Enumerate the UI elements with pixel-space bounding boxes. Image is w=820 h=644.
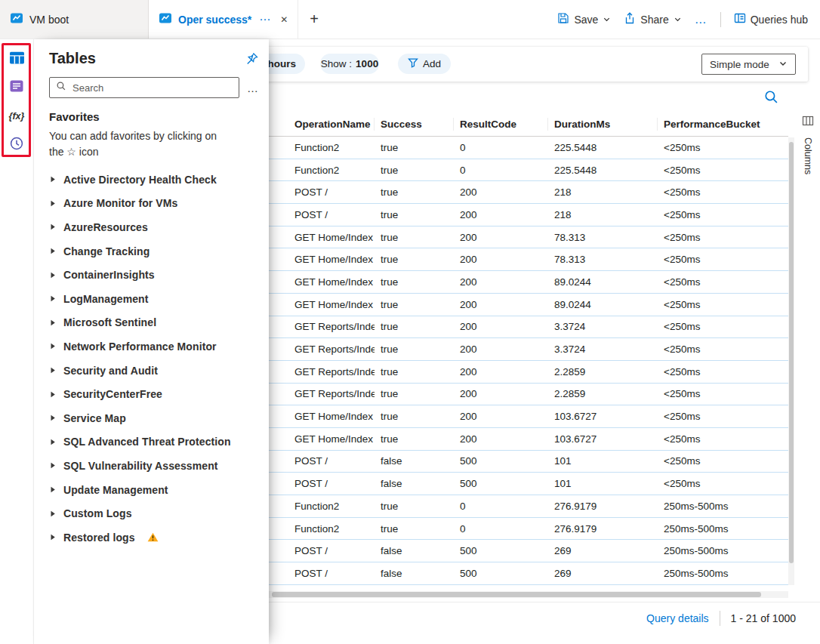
tree-item-azure-monitor-for-vms[interactable]: Azure Monitor for VMs: [34, 192, 269, 216]
cell-Success: true: [375, 209, 454, 220]
query-details-link[interactable]: Query details: [646, 612, 708, 624]
panel-more-button[interactable]: …: [247, 82, 260, 94]
cell-OperationName: GET Home/Index: [288, 299, 375, 310]
table-row[interactable]: GET Reports/Indextrue2003.3724<250ms: [269, 316, 788, 339]
panel-title: Tables: [49, 50, 96, 67]
table-row[interactable]: GET Home/Indextrue20078.313<250ms: [269, 248, 788, 271]
tree-item-azureresources[interactable]: AzureResources: [34, 215, 269, 239]
tree-item-label: Security and Audit: [63, 365, 158, 377]
table-row[interactable]: GET Home/Indextrue20078.313<250ms: [269, 226, 788, 249]
add-filter-pill[interactable]: Add: [398, 54, 451, 74]
table-row[interactable]: GET Home/Indextrue200103.6727<250ms: [269, 428, 788, 451]
column-header[interactable]: ResultCode: [454, 118, 548, 131]
show-limit-pill[interactable]: Show : 1000: [320, 54, 379, 74]
table-row[interactable]: POST /false500101<250ms: [269, 473, 788, 495]
column-header[interactable]: OperationName: [288, 118, 375, 131]
tree-item-restored-logs[interactable]: Restored logs: [34, 525, 269, 550]
table-row[interactable]: Function2true0225.5448<250ms: [269, 137, 788, 159]
horizontal-scrollbar[interactable]: [269, 591, 788, 598]
more-actions-button[interactable]: …: [695, 13, 707, 26]
cell-OperationName: GET Reports/Index: [288, 366, 375, 377]
chevron-right-icon: [50, 176, 56, 183]
table-row[interactable]: GET Home/Indextrue20089.0244<250ms: [269, 294, 788, 316]
search-box[interactable]: [49, 77, 239, 98]
cell-OperationName: GET Home/Index: [288, 254, 375, 265]
cell-Success: true: [375, 501, 454, 512]
share-button[interactable]: Share: [624, 12, 681, 26]
table-row[interactable]: POST /false500269250ms-500ms: [269, 540, 788, 562]
table-row[interactable]: POST /true200218<250ms: [269, 204, 788, 226]
queries-rail-button[interactable]: [6, 77, 27, 98]
share-label: Share: [640, 14, 668, 26]
results-search-button[interactable]: [763, 89, 781, 107]
tab-oper-success[interactable]: Oper success* ⋯ ✕: [149, 0, 298, 39]
tree-item-change-tracking[interactable]: Change Tracking: [34, 239, 269, 263]
tree-item-label: SQL Vulnerability Assessment: [63, 460, 218, 472]
cell-OperationName: GET Home/Index: [288, 433, 375, 445]
cell-Success: true: [375, 232, 454, 243]
divider: [720, 611, 720, 626]
tree-item-custom-logs[interactable]: Custom Logs: [34, 501, 269, 525]
cell-Success: false: [375, 478, 454, 489]
table-row[interactable]: GET Reports/Indextrue2003.3724<250ms: [269, 338, 788, 361]
search-icon: [56, 81, 66, 94]
tree-item-active-directory-health-check[interactable]: Active Directory Health Check: [34, 168, 269, 192]
tab-more-icon[interactable]: ⋯: [259, 13, 271, 26]
results-body: Function2true0225.5448<250msFunction2tru…: [269, 137, 788, 585]
table-row[interactable]: Function2true0276.9179250ms-500ms: [269, 495, 788, 518]
table-row[interactable]: POST /false500101<250ms: [269, 451, 788, 473]
results-header-row: OperationName Success ResultCode Duratio…: [269, 112, 788, 137]
table-row[interactable]: GET Reports/Indextrue2002.2859<250ms: [269, 361, 788, 384]
cell-PerformanceBucket: <250ms: [658, 232, 786, 243]
tab-close-icon[interactable]: ✕: [280, 14, 288, 25]
column-header[interactable]: DurationMs: [548, 118, 658, 131]
functions-rail-button[interactable]: {fx}: [6, 106, 27, 127]
cell-Success: true: [375, 165, 454, 176]
cell-OperationName: GET Home/Index: [288, 276, 375, 288]
column-header[interactable]: Success: [375, 118, 454, 131]
tree-item-logmanagement[interactable]: LogManagement: [34, 287, 269, 311]
tree-item-securitycenterfree[interactable]: SecurityCenterFree: [34, 382, 269, 406]
mode-dropdown[interactable]: Simple mode: [701, 54, 796, 75]
table-row[interactable]: GET Home/Indextrue200103.6727<250ms: [269, 405, 788, 428]
scrollbar-thumb[interactable]: [272, 592, 761, 597]
cell-Success: true: [375, 433, 454, 445]
table-row[interactable]: GET Reports/Indextrue2002.2859<250ms: [269, 384, 788, 406]
logs-query-page: VM boot Oper success* ⋯ ✕ + Save: [0, 0, 820, 644]
table-row[interactable]: Function2true0225.5448<250ms: [269, 159, 788, 182]
cell-ResultCode: 200: [454, 254, 548, 265]
new-tab-button[interactable]: +: [298, 0, 330, 39]
cell-PerformanceBucket: <250ms: [658, 411, 786, 422]
cell-ResultCode: 200: [454, 366, 548, 377]
cell-PerformanceBucket: <250ms: [658, 344, 786, 355]
table-row[interactable]: POST /true200218<250ms: [269, 181, 788, 204]
vertical-scrollbar[interactable]: [788, 137, 794, 585]
tree-item-network-performance-monitor[interactable]: Network Performance Monitor: [34, 334, 269, 359]
chevron-down-icon: [778, 59, 788, 70]
tree-item-containerinsights[interactable]: ContainerInsights: [34, 263, 269, 287]
table-row[interactable]: POST /false500269250ms-500ms: [269, 562, 788, 585]
tree-item-microsoft-sentinel[interactable]: Microsoft Sentinel: [34, 311, 269, 335]
columns-side-tab[interactable]: Columns: [796, 115, 820, 174]
queries-hub-button[interactable]: Queries hub: [734, 12, 808, 26]
queries-hub-label: Queries hub: [751, 14, 808, 26]
save-button[interactable]: Save: [557, 12, 611, 26]
tree-item-label: SecurityCenterFree: [63, 388, 162, 400]
table-row[interactable]: GET Home/Indextrue20089.0244<250ms: [269, 271, 788, 294]
cell-DurationMs: 276.9179: [548, 501, 658, 512]
tables-search-input[interactable]: [71, 82, 233, 94]
cell-DurationMs: 101: [548, 455, 658, 467]
chevron-right-icon: [50, 534, 56, 541]
table-row[interactable]: Function2true0276.9179250ms-500ms: [269, 518, 788, 541]
history-rail-button[interactable]: [6, 134, 27, 156]
tree-item-sql-advanced-threat-protection[interactable]: SQL Advanced Threat Protection: [34, 430, 269, 454]
pin-icon[interactable]: [245, 52, 258, 65]
column-header[interactable]: PerformanceBucket: [658, 118, 786, 131]
tree-item-sql-vulnerability-assessment[interactable]: SQL Vulnerability Assessment: [34, 454, 269, 478]
scrollbar-thumb[interactable]: [789, 142, 794, 563]
tab-vm-boot[interactable]: VM boot: [0, 0, 149, 39]
tree-item-service-map[interactable]: Service Map: [34, 406, 269, 430]
tables-rail-button[interactable]: [6, 48, 27, 69]
tree-item-security-and-audit[interactable]: Security and Audit: [34, 359, 269, 383]
tree-item-update-management[interactable]: Update Management: [34, 478, 269, 502]
